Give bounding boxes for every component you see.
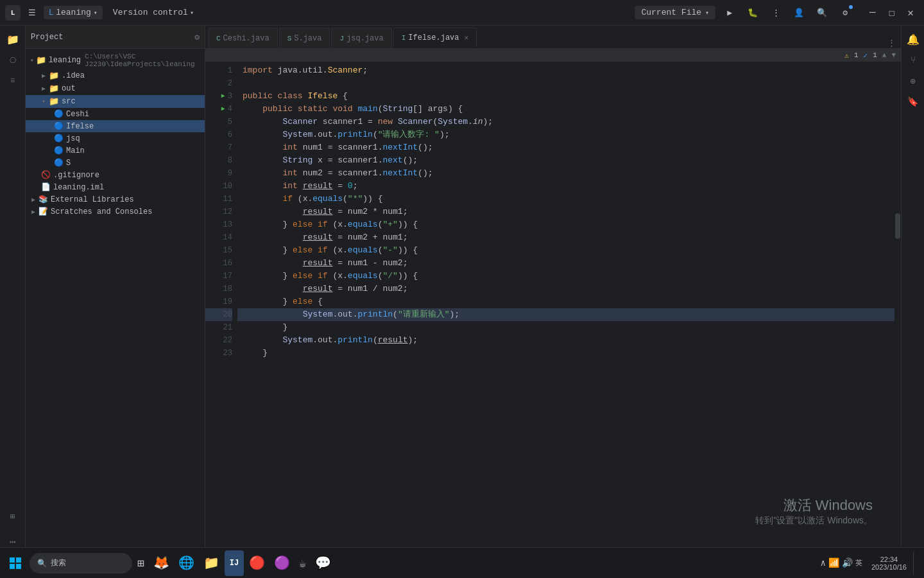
tray-network[interactable]: 📶 xyxy=(828,557,839,568)
tree-item-src[interactable]: ▾ 📁 src xyxy=(26,95,205,108)
tree-item-out[interactable]: ▶ 📁 out xyxy=(26,82,205,95)
taskview-button[interactable]: ⊞ xyxy=(133,550,148,576)
version-control-button[interactable]: Version control ▾ xyxy=(108,6,199,19)
clock-time: 22:34 xyxy=(871,556,907,563)
windows-start-button[interactable] xyxy=(3,550,28,576)
layers-icon[interactable]: ⊕ xyxy=(904,72,922,90)
project-title: Project xyxy=(31,33,191,42)
gutter-2: 2 xyxy=(205,77,232,90)
tab-icon-s: S xyxy=(287,35,292,42)
scrollbar-thumb[interactable] xyxy=(895,213,900,239)
tree-item-ifelse[interactable]: 🔵 Ifelse xyxy=(26,120,205,132)
editor-scrollbar[interactable] xyxy=(894,85,901,556)
search-icon: 🔍 xyxy=(37,559,47,568)
tab-jsq[interactable]: J jsq.java xyxy=(331,28,391,48)
tree-item-ext-libs[interactable]: ▶ 📚 External Libraries xyxy=(26,193,205,206)
code-line-4: public static void main(String[] args) { xyxy=(237,103,901,116)
more-actions-button[interactable]: ⋮ xyxy=(767,4,785,22)
project-name-button[interactable]: L leaning ▾ xyxy=(44,6,103,19)
project-settings-icon[interactable]: ⚙ xyxy=(194,32,200,42)
notification-icon[interactable]: 🔔 xyxy=(904,31,922,49)
code-line-9: int num2 = scanner1.nextInt(); xyxy=(237,167,901,180)
sidebar-icon-project[interactable]: 📁 xyxy=(4,31,22,49)
project-icon: L xyxy=(49,8,53,17)
search-placeholder[interactable]: 搜索 xyxy=(51,557,66,568)
code-line-21: } xyxy=(237,321,901,334)
taskbar-wechat[interactable]: 💬 xyxy=(311,550,335,576)
editor-area: C Ceshi.java S S.java J jsq.java I Ifels… xyxy=(205,26,901,556)
close-button[interactable]: ✕ xyxy=(902,4,919,22)
tray-expand[interactable]: ∧ xyxy=(821,557,826,568)
taskbar-intellij[interactable]: IJ xyxy=(225,550,244,576)
window-controls: ─ ☐ ✕ xyxy=(864,4,919,22)
show-desktop-button[interactable] xyxy=(913,550,921,576)
account-icon[interactable]: 👤 xyxy=(790,4,808,22)
maximize-button[interactable]: ☐ xyxy=(884,4,900,22)
gutter-10: 10 xyxy=(205,180,232,193)
taskbar-chrome[interactable]: 🌐 xyxy=(175,550,198,576)
clock-date: 2023/10/16 xyxy=(871,563,907,571)
code-line-14: result = num2 + num1; xyxy=(237,231,901,244)
code-line-2 xyxy=(237,77,901,90)
taskbar-firefox[interactable]: 🦊 xyxy=(150,550,173,576)
search-icon[interactable]: 🔍 xyxy=(813,4,831,22)
tab-ifelse[interactable]: I Ifelse.java ✕ xyxy=(393,28,477,48)
taskbar-java-app[interactable]: ☕ xyxy=(295,550,310,576)
code-line-16: result = num1 - num2; xyxy=(237,257,901,270)
systray: ∧ 📶 🔊 英 xyxy=(818,557,865,568)
settings-icon[interactable]: ⚙ xyxy=(836,4,854,22)
run-config-chevron: ▾ xyxy=(705,9,709,17)
minimize-button[interactable]: ─ xyxy=(864,4,881,21)
taskbar-purple-app[interactable]: 🟣 xyxy=(270,550,294,576)
tab-label-s: S.java xyxy=(294,34,321,43)
tree-item-root[interactable]: ▾ 📁 leaning C:\Users\VSC J2230\IdeaProje… xyxy=(26,51,205,69)
code-editor[interactable]: 1 2 ▶3 ▶4 5 6 7 8 9 10 11 12 13 14 15 16… xyxy=(205,62,901,556)
taskbar-search[interactable]: 🔍 搜索 xyxy=(30,553,132,574)
tabs-more-button[interactable]: ⋮ xyxy=(887,38,896,48)
tab-s[interactable]: S S.java xyxy=(279,28,330,48)
code-line-17: } else if (x.equals("/")) { xyxy=(237,270,901,283)
run-config-button[interactable]: Current File ▾ xyxy=(635,6,715,19)
taskbar-red-app[interactable]: 🔴 xyxy=(245,550,269,576)
bookmark-icon[interactable]: 🔖 xyxy=(904,92,922,110)
svg-rect-3 xyxy=(16,564,21,569)
gutter-19: 19 xyxy=(205,295,232,308)
tree-item-idea[interactable]: ▶ 📁 .idea xyxy=(26,69,205,82)
hamburger-menu[interactable]: ☰ xyxy=(26,5,38,21)
tree-label-scratches: Scratches and Consoles xyxy=(51,207,152,216)
collapse-icon[interactable]: ▼ xyxy=(891,51,896,59)
gutter-22: 22 xyxy=(205,334,232,347)
tree-item-main[interactable]: 🔵 Main xyxy=(26,144,205,157)
tree-item-ceshi[interactable]: 🔵 Ceshi xyxy=(26,108,205,120)
tree-item-iml[interactable]: 📄 leaning.iml xyxy=(26,181,205,193)
code-content[interactable]: import java.util.Scanner; public class I… xyxy=(237,62,901,556)
tray-volume[interactable]: 🔊 xyxy=(842,557,853,568)
tree-item-jsq[interactable]: 🔵 jsq xyxy=(26,132,205,144)
folder-icon-root: 📁 xyxy=(36,55,46,66)
tab-close-ifelse[interactable]: ✕ xyxy=(465,33,469,42)
sidebar-icon-structure[interactable]: ≡ xyxy=(4,72,22,90)
code-line-3: public class Ifelse { xyxy=(237,90,901,103)
run-button[interactable]: ▶ xyxy=(721,4,739,22)
app-logo: L xyxy=(5,5,21,21)
project-label: leaning xyxy=(56,8,91,17)
tree-label-jsq: jsq xyxy=(66,134,80,143)
taskbar-folder[interactable]: 📁 xyxy=(200,550,223,576)
tab-icon-ifelse: I xyxy=(402,34,406,42)
debug-button[interactable]: 🐛 xyxy=(744,4,762,22)
vcs-icon[interactable]: ⑂ xyxy=(904,51,922,69)
tabs-extra: ⋮ xyxy=(887,38,898,48)
gutter-1: 1 xyxy=(205,64,232,77)
tree-item-s[interactable]: 🔵 S xyxy=(26,157,205,169)
tree-label-out: out xyxy=(62,84,76,93)
expand-icon[interactable]: ▲ xyxy=(882,51,887,59)
tree-item-gitignore[interactable]: 🚫 .gitignore xyxy=(26,169,205,181)
info-count: 1 xyxy=(873,51,877,59)
tree-item-scratches[interactable]: ▶ 📝 Scratches and Consoles xyxy=(26,206,205,218)
gutter-6: 6 xyxy=(205,128,232,141)
tab-ceshi[interactable]: C Ceshi.java xyxy=(208,28,278,48)
taskbar-clock[interactable]: 22:34 2023/10/16 xyxy=(866,556,912,571)
sidebar-icon-plugins[interactable]: ⊞ xyxy=(4,507,22,525)
sidebar-icon-bookmarks[interactable]: ⎔ xyxy=(4,51,22,69)
tray-keyboard[interactable]: 英 xyxy=(855,558,862,568)
